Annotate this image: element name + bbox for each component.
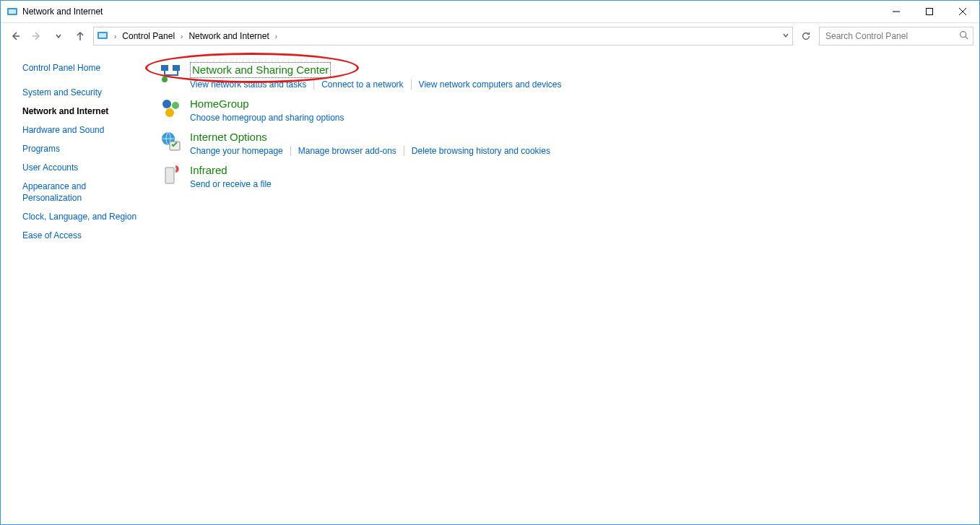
svg-rect-21 <box>165 168 174 183</box>
task-link[interactable]: Send or receive a file <box>190 179 272 189</box>
svg-point-17 <box>172 102 179 109</box>
task-link[interactable]: View network computers and devices <box>419 79 562 90</box>
control-panel-icon <box>6 6 18 17</box>
control-panel-window: Network and Internet › Control Panel › N… <box>0 0 980 525</box>
up-button[interactable] <box>71 27 89 45</box>
task-link[interactable]: Change your homepage <box>190 146 283 156</box>
search-input[interactable] <box>824 30 959 42</box>
sidebar-item-clock-language[interactable]: Clock, Language, and Region <box>22 211 145 222</box>
navbar: › Control Panel › Network and Internet › <box>1 23 979 49</box>
separator <box>411 79 412 90</box>
task-link[interactable]: View network status and tasks <box>190 79 306 90</box>
svg-rect-14 <box>173 65 180 71</box>
task-link[interactable]: Delete browsing history and cookies <box>412 146 550 156</box>
svg-point-15 <box>162 77 168 82</box>
chevron-down-icon[interactable] <box>782 31 789 41</box>
sidebar-item-control-panel-home[interactable]: Control Panel Home <box>22 62 145 74</box>
search-box[interactable] <box>819 27 974 45</box>
sidebar-item-appearance[interactable]: Appearance and Personalization <box>22 181 116 204</box>
sidebar: Control Panel Home System and Security N… <box>1 49 145 525</box>
svg-rect-13 <box>161 65 168 71</box>
separator <box>290 146 291 156</box>
breadcrumb[interactable]: Network and Internet <box>188 31 269 41</box>
separator <box>404 146 404 156</box>
minimize-button[interactable] <box>880 1 913 22</box>
breadcrumb[interactable]: Control Panel <box>122 31 175 41</box>
task-link[interactable]: Manage browser add-ons <box>298 146 396 156</box>
svg-rect-10 <box>99 33 106 38</box>
chevron-right-icon[interactable]: › <box>111 32 119 40</box>
task-link[interactable]: Connect to a network <box>321 79 403 90</box>
network-sharing-icon <box>160 62 183 85</box>
forward-button[interactable] <box>28 27 45 45</box>
homegroup-icon <box>160 97 183 120</box>
sidebar-item-hardware-sound[interactable]: Hardware and Sound <box>22 124 145 136</box>
main-panel: Network and Sharing Center View network … <box>145 49 979 525</box>
control-panel-icon <box>97 30 108 43</box>
internet-options-icon <box>160 130 183 153</box>
sidebar-item-user-accounts[interactable]: User Accounts <box>22 162 145 173</box>
infrared-icon <box>160 163 183 186</box>
sidebar-item-ease-of-access[interactable]: Ease of Access <box>22 230 145 241</box>
category-title[interactable]: Network and Sharing Center <box>190 62 331 78</box>
chevron-right-icon[interactable]: › <box>272 32 280 40</box>
svg-point-16 <box>162 100 171 108</box>
svg-rect-3 <box>927 9 933 15</box>
category-homegroup: HomeGroup Choose homegroup and sharing o… <box>160 97 965 123</box>
search-icon <box>959 30 968 42</box>
category-title[interactable]: Infrared <box>190 163 272 178</box>
address-bar[interactable]: › Control Panel › Network and Internet › <box>93 27 793 45</box>
sidebar-item-system-security[interactable]: System and Security <box>22 87 145 98</box>
svg-point-18 <box>165 108 174 117</box>
recent-locations-button[interactable] <box>50 27 67 45</box>
window-title: Network and Internet <box>22 6 880 17</box>
back-button[interactable] <box>6 27 24 45</box>
sidebar-item-network-internet[interactable]: Network and Internet <box>22 105 145 117</box>
separator <box>313 79 314 90</box>
task-link[interactable]: Choose homegroup and sharing options <box>190 113 344 123</box>
svg-rect-20 <box>170 142 180 150</box>
category-title[interactable]: HomeGroup <box>190 97 344 111</box>
category-title[interactable]: Internet Options <box>190 130 550 144</box>
svg-point-11 <box>961 32 966 38</box>
category-infrared: Infrared Send or receive a file <box>160 163 965 189</box>
category-network-sharing: Network and Sharing Center View network … <box>160 62 965 90</box>
svg-line-12 <box>966 37 968 39</box>
category-internet-options: Internet Options Change your homepage Ma… <box>160 130 965 156</box>
refresh-button[interactable] <box>797 27 815 45</box>
close-button[interactable] <box>946 1 979 22</box>
svg-rect-1 <box>9 9 16 14</box>
content-area: Control Panel Home System and Security N… <box>1 49 979 525</box>
sidebar-item-programs[interactable]: Programs <box>22 143 145 155</box>
maximize-button[interactable] <box>913 1 946 22</box>
chevron-right-icon[interactable]: › <box>178 32 186 40</box>
titlebar: Network and Internet <box>1 1 979 23</box>
window-controls <box>880 1 979 22</box>
